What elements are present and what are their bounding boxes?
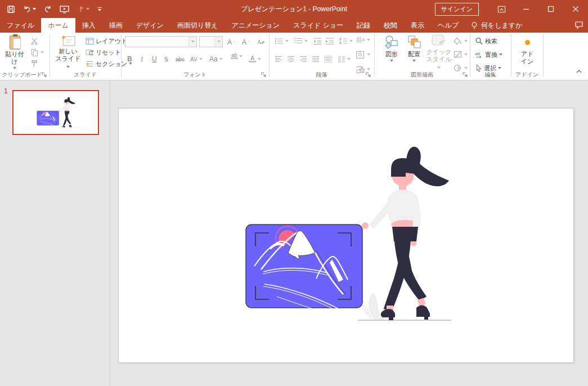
reset-button[interactable]: リセット: [86, 47, 121, 57]
bullets-dropdown[interactable]: [285, 40, 289, 42]
tab-home[interactable]: ホーム: [41, 18, 75, 33]
tab-file[interactable]: ファイル: [0, 18, 41, 33]
ribbon-display-options-button[interactable]: [489, 0, 514, 18]
shape-outline-dropdown[interactable]: [464, 53, 468, 56]
change-case-dropdown[interactable]: [219, 58, 223, 60]
grow-font-button[interactable]: Aˆ: [227, 37, 235, 47]
copy-dropdown[interactable]: [41, 51, 44, 53]
shape-fill-dropdown[interactable]: [464, 40, 468, 42]
slide-thumbnail-1[interactable]: [12, 90, 99, 135]
font-color-button[interactable]: A: [249, 53, 261, 65]
clipboard-dialog-launcher[interactable]: [42, 72, 47, 78]
arrange-button[interactable]: 配置: [403, 34, 425, 70]
paste-button[interactable]: 貼り付け: [2, 34, 27, 70]
increase-indent-button[interactable]: [325, 36, 334, 46]
tab-record[interactable]: 記録: [350, 18, 377, 33]
bullets-button[interactable]: [275, 36, 289, 46]
font-dialog-launcher[interactable]: [261, 72, 267, 78]
distribute-text-button[interactable]: [324, 54, 332, 64]
line-spacing-dropdown[interactable]: [349, 40, 353, 42]
columns-dropdown[interactable]: [347, 58, 351, 60]
tab-animations[interactable]: アニメーション: [225, 18, 286, 33]
redo-button[interactable]: [43, 5, 52, 14]
start-slideshow-button[interactable]: [60, 5, 69, 14]
maximize-button[interactable]: [538, 0, 563, 18]
tab-review[interactable]: 校閲: [377, 18, 404, 33]
font-name-dropdown[interactable]: [188, 37, 196, 47]
clear-formatting-button[interactable]: A: [257, 37, 265, 47]
sign-in-button[interactable]: サインイン: [435, 3, 479, 16]
drawing-dialog-launcher[interactable]: [463, 72, 468, 78]
font-size-combo[interactable]: [199, 36, 223, 47]
tab-slideshow[interactable]: スライド ショー: [286, 18, 350, 33]
customize-qat-button[interactable]: [97, 6, 102, 12]
character-spacing-dropdown[interactable]: [199, 58, 203, 60]
align-left-button[interactable]: [275, 54, 282, 64]
justify-button[interactable]: [312, 54, 320, 64]
save-button[interactable]: [7, 5, 15, 14]
shrink-font-button[interactable]: Aˇ: [242, 37, 249, 47]
tab-design[interactable]: デザイン: [129, 18, 170, 33]
font-size-dropdown[interactable]: [214, 37, 222, 47]
shapes-dropdown[interactable]: [390, 60, 393, 62]
bold-button[interactable]: B: [127, 54, 132, 64]
text-shadow-button[interactable]: S: [164, 54, 168, 64]
align-right-button[interactable]: [299, 54, 307, 64]
tab-draw[interactable]: 描画: [102, 18, 129, 33]
change-case-button[interactable]: Aa: [209, 54, 223, 64]
font-color-dropdown[interactable]: [258, 58, 261, 60]
line-spacing-button[interactable]: [339, 36, 353, 46]
comments-button[interactable]: [574, 20, 583, 32]
paragraph-dialog-launcher[interactable]: [366, 72, 371, 78]
undo-dropdown[interactable]: [33, 8, 36, 10]
section-button[interactable]: セクション: [86, 59, 132, 69]
close-button[interactable]: [563, 0, 588, 18]
columns-button[interactable]: [338, 54, 351, 64]
quick-styles-dropdown[interactable]: [437, 66, 441, 69]
text-direction-button[interactable]: A: [356, 35, 370, 45]
undo-button[interactable]: [23, 5, 36, 14]
find-button[interactable]: 検索: [475, 36, 497, 46]
align-center-button[interactable]: [287, 54, 295, 64]
tell-me-box[interactable]: 何をしますか: [465, 18, 528, 33]
shape-outline-button[interactable]: [454, 50, 468, 60]
slide-illustration[interactable]: [244, 141, 452, 321]
character-spacing-button[interactable]: AV: [190, 54, 203, 64]
italic-button[interactable]: I: [141, 54, 143, 64]
underline-button[interactable]: U: [152, 54, 157, 64]
tab-transitions[interactable]: 画面切り替え: [170, 18, 225, 33]
arrange-dropdown[interactable]: [412, 60, 416, 62]
tab-insert[interactable]: 挿入: [75, 18, 102, 33]
highlight-dropdown[interactable]: [239, 55, 243, 57]
strikethrough-button[interactable]: abc: [176, 54, 185, 64]
touch-mode-dropdown[interactable]: [86, 8, 89, 10]
tab-view[interactable]: 表示: [404, 18, 431, 33]
font-name-combo[interactable]: [125, 36, 197, 47]
cut-button[interactable]: [30, 36, 39, 46]
slide-1[interactable]: [118, 108, 574, 363]
new-slide-dropdown[interactable]: [66, 66, 70, 68]
new-slide-button[interactable]: 新しい スライド: [53, 34, 83, 70]
replace-button[interactable]: ab 置換: [475, 50, 502, 60]
shapes-button[interactable]: 図形: [380, 34, 403, 70]
numbering-dropdown[interactable]: [304, 40, 308, 42]
collapse-ribbon-button[interactable]: [576, 69, 582, 75]
text-direction-dropdown[interactable]: [367, 39, 370, 41]
tab-help[interactable]: ヘルプ: [431, 18, 465, 33]
align-text-dropdown[interactable]: [367, 53, 370, 56]
highlight-color-button[interactable]: ab: [231, 53, 243, 65]
copy-button[interactable]: [30, 47, 44, 57]
smartart-dropdown[interactable]: [367, 68, 370, 70]
replace-dropdown[interactable]: [499, 53, 502, 56]
align-text-button[interactable]: [356, 50, 370, 60]
numbering-button[interactable]: [294, 36, 308, 46]
paste-dropdown[interactable]: [13, 67, 16, 69]
select-dropdown[interactable]: [498, 67, 501, 69]
touch-mode-button[interactable]: [77, 5, 89, 14]
shape-effects-dropdown[interactable]: [464, 67, 468, 69]
addins-button[interactable]: アド イン: [514, 34, 540, 70]
format-painter-button[interactable]: [30, 59, 39, 69]
quick-styles-button[interactable]: クイック スタイル: [425, 34, 452, 70]
minimize-button[interactable]: [514, 0, 538, 18]
decrease-indent-button[interactable]: [313, 36, 322, 46]
